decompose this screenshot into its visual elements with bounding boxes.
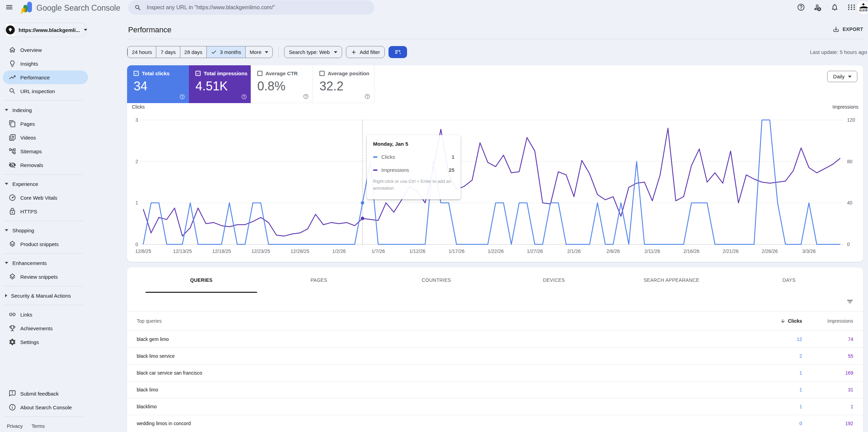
dimension-tab[interactable]: COUNTRIES	[377, 267, 495, 293]
export-button[interactable]: EXPORT	[833, 26, 863, 33]
filter-options-button[interactable]	[388, 46, 407, 58]
sidebar-item-review-snippets[interactable]: Review snippets	[0, 270, 88, 284]
granularity-label: Daily	[833, 74, 844, 79]
toolbar-separator	[278, 46, 279, 58]
trending-up-icon	[9, 74, 16, 81]
column-impressions[interactable]: Impressions	[827, 318, 853, 324]
notifications-icon[interactable]	[831, 3, 839, 11]
sidebar-group-label: Indexing	[12, 107, 32, 113]
table-row[interactable]: black limo service 2 55	[127, 347, 863, 364]
sidebar-item-label: Product snippets	[20, 241, 59, 247]
sidebar-group-enhancements[interactable]: Enhancements	[0, 256, 88, 270]
column-clicks-sort[interactable]: Clicks	[780, 318, 802, 324]
dimension-tab[interactable]: SEARCH APPEARANCE	[613, 267, 730, 293]
search-type-chip[interactable]: Search type: Web	[284, 46, 342, 58]
dimension-tab[interactable]: DEVICES	[495, 267, 613, 293]
search-icon	[9, 87, 16, 95]
sidebar-item-videos[interactable]: Videos	[0, 131, 88, 144]
date-range-option[interactable]: 7 days	[156, 46, 180, 58]
metric-checkbox[interactable]	[257, 71, 262, 76]
table-row[interactable]: wedding limos in concord 0 192	[127, 415, 863, 432]
metric-value: 0.8%	[257, 79, 313, 93]
sidebar-divider	[3, 174, 83, 175]
filter-list-icon[interactable]	[846, 298, 854, 306]
metric-card[interactable]: Total clicks 34	[127, 65, 189, 103]
sidebar-group-label: Shopping	[12, 228, 34, 233]
sidebar-item-sitemaps[interactable]: Sitemaps	[0, 144, 88, 158]
tab-label: COUNTRIES	[422, 277, 451, 283]
check-icon	[134, 71, 138, 75]
series-dash-icon	[373, 169, 377, 171]
sidebar-item-performance[interactable]: Performance	[0, 70, 88, 84]
help-icon[interactable]	[364, 93, 370, 99]
x-axis-label: 2/21/26	[723, 248, 739, 254]
sidebar-item-about-search-console[interactable]: About Search Console	[0, 400, 88, 414]
hamburger-menu-icon[interactable]	[5, 3, 13, 11]
date-range-option[interactable]: 3 months	[206, 46, 245, 58]
dimension-tab[interactable]: QUERIES	[143, 267, 260, 293]
help-icon[interactable]	[241, 94, 247, 100]
dimension-tab[interactable]: DAYS	[730, 267, 848, 293]
performance-chart[interactable]: 012304080120ClicksImpressions12/8/2512/1…	[127, 100, 863, 262]
tooltip-series-value: 25	[449, 167, 454, 173]
sidebar-divider	[3, 100, 83, 101]
app-name-secondary: Search Console	[64, 3, 121, 12]
account-avatar[interactable]: KGEM	[857, 1, 868, 14]
x-axis-label: 1/7/26	[372, 248, 385, 254]
sidebar-item-product-snippets[interactable]: Product snippets	[0, 237, 88, 251]
help-icon[interactable]	[797, 3, 805, 11]
sidebar-item-settings[interactable]: Settings	[0, 335, 88, 349]
trophy-icon	[9, 324, 16, 332]
url-inspection-search-bar[interactable]: Inspect any URL in "https://www.blackgem…	[128, 0, 374, 15]
dimensions-table-card: QUERIES PAGES COUNTRIES DEVICES SEARCH A…	[127, 267, 863, 432]
sidebar-item-submit-feedback[interactable]: Submit feedback	[0, 387, 88, 400]
sidebar-group-shopping[interactable]: Shopping	[0, 223, 88, 237]
dimension-tab[interactable]: PAGES	[260, 267, 377, 293]
table-row[interactable]: blacklimo 1 1	[127, 398, 863, 415]
sidebar-item-insights[interactable]: Insights	[0, 57, 88, 70]
table-row[interactable]: black limo 1 31	[127, 381, 863, 398]
granularity-select[interactable]: Daily	[827, 71, 857, 82]
sidebar-item-core-web-vitals[interactable]: Core Web Vitals	[0, 191, 88, 204]
metric-card[interactable]: Total impressions 4.51K	[189, 65, 251, 103]
help-icon[interactable]	[179, 94, 185, 100]
add-filter-chip[interactable]: Add filter	[346, 46, 385, 58]
sidebar-group-security-manual-actions[interactable]: Security & Manual Actions	[0, 289, 88, 302]
sidebar-item-https[interactable]: HTTPS	[0, 204, 88, 218]
right-axis-tick: 0	[847, 242, 850, 247]
triangle-down-icon	[5, 229, 8, 231]
metric-card[interactable]: Average position 32.2	[313, 65, 374, 103]
impressions-cell: 74	[848, 336, 853, 342]
table-row[interactable]: black gem limo 12 74	[127, 331, 863, 347]
metric-checkbox[interactable]	[195, 71, 201, 76]
sidebar-group-indexing[interactable]: Indexing	[0, 103, 88, 117]
sidebar-item-label: About Search Console	[20, 405, 72, 410]
impressions-line	[143, 128, 840, 236]
clicks-cell: 1	[799, 404, 802, 409]
dimension-tabs: QUERIES PAGES COUNTRIES DEVICES SEARCH A…	[127, 267, 863, 293]
help-icon[interactable]	[303, 93, 309, 99]
sidebar-item-removals[interactable]: Removals	[0, 158, 88, 172]
legal-link-privacy[interactable]: Privacy	[7, 423, 23, 429]
plus-icon	[351, 49, 357, 55]
manage-users-icon[interactable]	[814, 3, 822, 11]
property-selector[interactable]: https://www.blackgemli...	[4, 23, 87, 37]
metric-checkbox[interactable]	[134, 71, 139, 76]
info-icon	[9, 403, 16, 411]
metric-card[interactable]: Average CTR 0.8%	[251, 65, 313, 103]
date-range-option[interactable]: 24 hours	[127, 46, 156, 58]
pages-icon	[9, 120, 16, 128]
sidebar-item-pages[interactable]: Pages	[0, 117, 88, 131]
sidebar-item-url-inspection[interactable]: URL inspection	[0, 84, 88, 98]
apps-grid-icon[interactable]	[847, 3, 856, 11]
sidebar-item-links[interactable]: Links	[0, 308, 88, 321]
table-row[interactable]: black car service san francisco 1 169	[127, 364, 863, 381]
table-body: black gem limo 12 74 black limo service …	[127, 331, 863, 432]
sidebar-item-achievements[interactable]: Achievements	[0, 321, 88, 335]
sidebar-group-experience[interactable]: Experience	[0, 177, 88, 191]
date-range-more-button[interactable]: More	[245, 46, 272, 58]
legal-link-terms[interactable]: Terms	[32, 423, 45, 429]
date-range-option[interactable]: 28 days	[180, 46, 207, 58]
sidebar-item-overview[interactable]: Overview	[0, 43, 88, 57]
metric-checkbox[interactable]	[319, 71, 325, 76]
